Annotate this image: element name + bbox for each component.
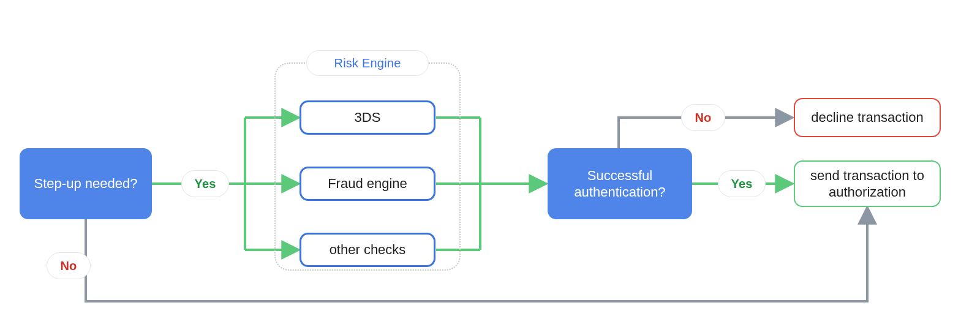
risk-engine-title-pill: Risk Engine [306, 50, 429, 76]
result-decline-label: decline transaction [811, 109, 923, 126]
risk-box-other-label: other checks [330, 241, 406, 258]
pill-auth-yes-label: Yes [731, 177, 752, 191]
pill-stepup-yes-label: Yes [194, 177, 216, 191]
decision-stepup-label: Step-up needed? [34, 175, 138, 192]
risk-box-fraud-label: Fraud engine [328, 175, 407, 192]
pill-stepup-yes: Yes [181, 170, 229, 197]
result-authorize-label: send transaction to authorization [805, 167, 930, 201]
pill-stepup-no: No [47, 252, 91, 279]
decision-auth-label: Successful authentication? [557, 167, 682, 201]
decision-stepup: Step-up needed? [20, 148, 152, 219]
edge-stepup-no [86, 208, 867, 301]
pill-auth-no: No [681, 104, 725, 131]
risk-engine-title-label: Risk Engine [334, 56, 401, 70]
pill-stepup-no-label: No [60, 259, 77, 273]
result-decline: decline transaction [794, 98, 941, 137]
result-authorize: send transaction to authorization [794, 160, 941, 207]
risk-box-fraud: Fraud engine [300, 167, 435, 201]
pill-auth-no-label: No [695, 111, 711, 125]
risk-box-3ds: 3DS [300, 100, 435, 135]
decision-auth: Successful authentication? [548, 148, 692, 219]
risk-box-other: other checks [300, 233, 435, 267]
pill-auth-yes: Yes [718, 170, 766, 197]
risk-box-3ds-label: 3DS [355, 109, 381, 126]
